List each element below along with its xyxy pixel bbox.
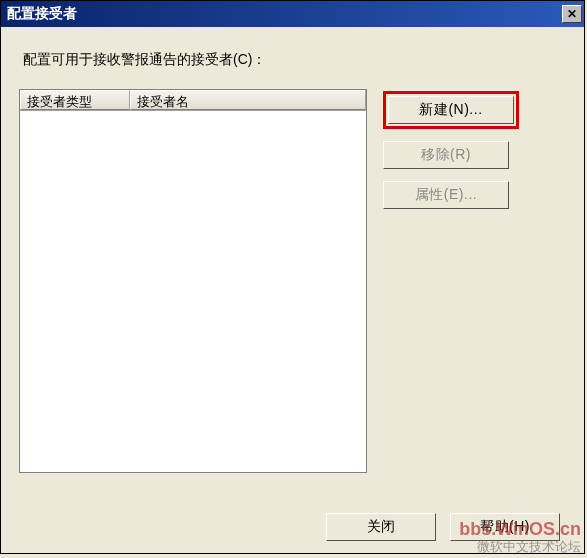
main-row: 接受者类型 接受者名 新建(N)... 移除(R) 属性(E)... [19, 89, 566, 473]
properties-button: 属性(E)... [383, 181, 509, 209]
recipients-listview[interactable]: 接受者类型 接受者名 [19, 89, 367, 473]
bottom-buttons: 关闭 帮助(H) [326, 513, 560, 541]
new-button[interactable]: 新建(N)... [388, 96, 514, 124]
close-icon[interactable]: ✕ [562, 5, 582, 23]
col-recipient-type[interactable]: 接受者类型 [20, 90, 130, 110]
col-recipient-name[interactable]: 接受者名 [130, 90, 366, 110]
client-area: 配置可用于接收警报通告的接受者(C)： 接受者类型 接受者名 新建(N)... … [1, 27, 584, 553]
close-button[interactable]: 关闭 [326, 513, 436, 541]
listview-header: 接受者类型 接受者名 [20, 90, 366, 111]
listview-body[interactable] [20, 111, 366, 473]
help-button[interactable]: 帮助(H) [450, 513, 560, 541]
dialog-window: 配置接受者 ✕ 配置可用于接收警报通告的接受者(C)： 接受者类型 接受者名 新… [0, 0, 585, 554]
title-bar[interactable]: 配置接受者 ✕ [1, 1, 584, 27]
instruction-text: 配置可用于接收警报通告的接受者(C)： [23, 51, 566, 69]
highlight-new: 新建(N)... [383, 91, 519, 129]
remove-button: 移除(R) [383, 141, 509, 169]
window-title: 配置接受者 [7, 5, 77, 23]
side-buttons: 新建(N)... 移除(R) 属性(E)... [383, 91, 519, 209]
